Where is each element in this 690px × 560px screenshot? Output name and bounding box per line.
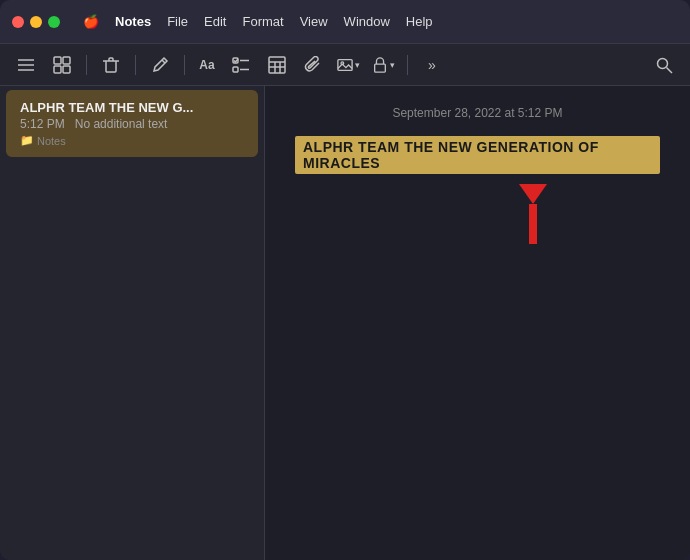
delete-button[interactable] bbox=[95, 51, 127, 79]
compose-icon bbox=[151, 56, 169, 74]
note-item-preview: No additional text bbox=[75, 117, 168, 131]
toolbar-separator-1 bbox=[86, 55, 87, 75]
photo-icon bbox=[337, 57, 353, 73]
menu-bar: 🍎 Notes File Edit Format View Window Hel… bbox=[76, 12, 678, 31]
file-menu[interactable]: File bbox=[160, 12, 195, 31]
lock-dropdown-arrow: ▾ bbox=[390, 60, 395, 70]
lock-button[interactable]: ▾ bbox=[368, 51, 399, 79]
more-button[interactable]: » bbox=[416, 51, 448, 79]
sidebar: ALPHR TEAM THE NEW G... 5:12 PM No addit… bbox=[0, 86, 265, 560]
svg-rect-12 bbox=[269, 57, 285, 73]
grid-icon bbox=[53, 56, 71, 74]
traffic-lights bbox=[12, 16, 60, 28]
help-menu[interactable]: Help bbox=[399, 12, 440, 31]
apple-menu[interactable]: 🍎 bbox=[76, 12, 106, 31]
compose-button[interactable] bbox=[144, 51, 176, 79]
window-menu[interactable]: Window bbox=[337, 12, 397, 31]
folder-icon: 📁 bbox=[20, 134, 34, 147]
svg-rect-4 bbox=[63, 57, 70, 64]
note-title-highlight: ALPHR TEAM THE NEW GENERATION OF MIRACLE… bbox=[295, 136, 660, 174]
trash-icon bbox=[102, 56, 120, 74]
note-content-area[interactable]: ALPHR TEAM THE NEW GENERATION OF MIRACLE… bbox=[295, 136, 660, 244]
search-icon bbox=[655, 56, 673, 74]
grid-view-button[interactable] bbox=[46, 51, 78, 79]
notes-menu[interactable]: Notes bbox=[108, 12, 158, 31]
note-item-title: ALPHR TEAM THE NEW G... bbox=[20, 100, 244, 115]
note-item-folder: 📁 Notes bbox=[20, 134, 244, 147]
toolbar-separator-3 bbox=[184, 55, 185, 75]
svg-rect-19 bbox=[375, 64, 386, 72]
note-item-meta: 5:12 PM No additional text bbox=[20, 117, 244, 131]
more-icon: » bbox=[428, 57, 436, 73]
aa-label: Aa bbox=[199, 58, 214, 72]
arrow-shaft bbox=[529, 204, 537, 244]
list-view-button[interactable] bbox=[10, 51, 42, 79]
minimize-button[interactable] bbox=[30, 16, 42, 28]
table-button[interactable] bbox=[261, 51, 293, 79]
arrow-head bbox=[519, 184, 547, 204]
format-menu[interactable]: Format bbox=[235, 12, 290, 31]
main-content: ALPHR TEAM THE NEW G... 5:12 PM No addit… bbox=[0, 86, 690, 560]
view-menu[interactable]: View bbox=[293, 12, 335, 31]
editor[interactable]: September 28, 2022 at 5:12 PM ALPHR TEAM… bbox=[265, 86, 690, 560]
close-button[interactable] bbox=[12, 16, 24, 28]
checklist-icon bbox=[232, 56, 250, 74]
svg-rect-3 bbox=[54, 57, 61, 64]
svg-rect-10 bbox=[233, 67, 238, 72]
attachment-icon bbox=[304, 56, 322, 74]
svg-line-7 bbox=[162, 60, 165, 63]
toolbar-separator-2 bbox=[135, 55, 136, 75]
svg-rect-6 bbox=[63, 66, 70, 73]
editor-date: September 28, 2022 at 5:12 PM bbox=[295, 106, 660, 120]
edit-menu[interactable]: Edit bbox=[197, 12, 233, 31]
table-icon bbox=[268, 56, 286, 74]
photo-dropdown-arrow: ▾ bbox=[355, 60, 360, 70]
note-list-item[interactable]: ALPHR TEAM THE NEW G... 5:12 PM No addit… bbox=[6, 90, 258, 157]
svg-rect-17 bbox=[338, 59, 352, 70]
title-bar: 🍎 Notes File Edit Format View Window Hel… bbox=[0, 0, 690, 44]
checklist-button[interactable] bbox=[225, 51, 257, 79]
note-item-time: 5:12 PM bbox=[20, 117, 65, 131]
list-icon bbox=[17, 56, 35, 74]
folder-name: Notes bbox=[37, 135, 66, 147]
attachment-button[interactable] bbox=[297, 51, 329, 79]
svg-line-21 bbox=[667, 67, 673, 73]
svg-point-20 bbox=[658, 58, 668, 68]
lock-icon bbox=[372, 57, 388, 73]
arrow-annotation bbox=[405, 184, 660, 244]
maximize-button[interactable] bbox=[48, 16, 60, 28]
toolbar: Aa ▾ bbox=[0, 44, 690, 86]
svg-rect-5 bbox=[54, 66, 61, 73]
toolbar-separator-4 bbox=[407, 55, 408, 75]
search-button[interactable] bbox=[648, 51, 680, 79]
photo-button[interactable]: ▾ bbox=[333, 51, 364, 79]
text-format-button[interactable]: Aa bbox=[193, 51, 221, 79]
